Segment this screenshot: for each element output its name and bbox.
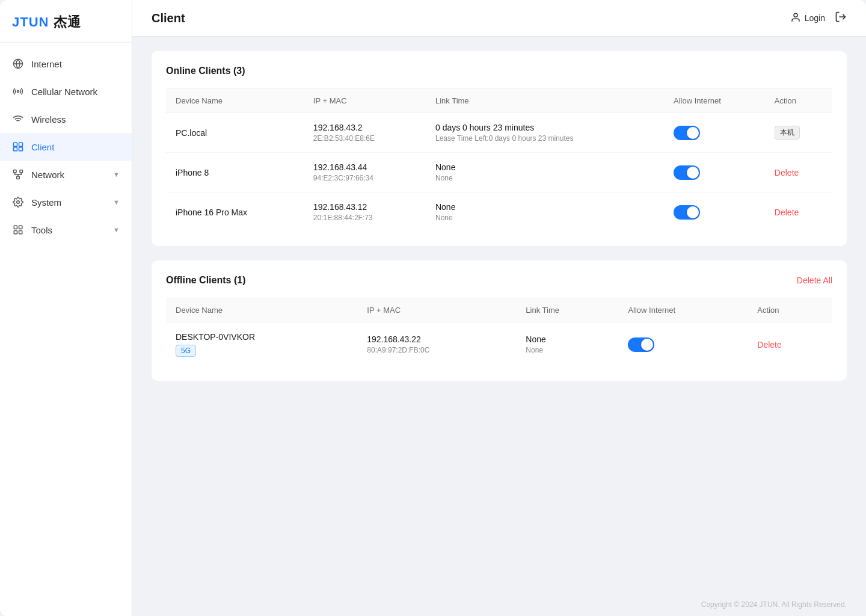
login-button[interactable]: Login <box>790 12 825 25</box>
offline-clients-card: Offline Clients (1) Delete All Device Na… <box>152 260 847 381</box>
sidebar-item-internet[interactable]: Internet <box>0 50 132 78</box>
sidebar-item-client[interactable]: Client <box>0 133 132 161</box>
allow-internet-cell <box>618 322 748 367</box>
copyright: Copyright © 2024 JTUN. All Rights Reserv… <box>132 593 866 616</box>
offline-clients-title: Offline Clients (1) <box>166 275 245 286</box>
offline-clients-title-row: Offline Clients (1) Delete All <box>166 275 832 286</box>
signal-icon <box>12 85 24 97</box>
sidebar-item-wireless[interactable]: Wireless <box>0 105 132 133</box>
sidebar-item-system[interactable]: System ▼ <box>0 188 132 216</box>
logout-button[interactable] <box>835 11 847 25</box>
user-icon <box>790 12 801 25</box>
col-device-name-online: Device Name <box>166 89 304 113</box>
logo-area: JTUN 杰通 <box>0 0 132 43</box>
table-row: iPhone 16 Pro Max 192.168.43.12 20:1E:88… <box>166 192 832 232</box>
sidebar-item-wireless-label: Wireless <box>31 114 66 125</box>
page-title: Client <box>152 11 185 25</box>
svg-rect-6 <box>14 147 17 151</box>
content-area: Online Clients (3) Device Name IP + MAC … <box>132 37 866 593</box>
action-cell: Delete <box>765 192 832 232</box>
device-name-cell: DESKTOP-0VIVKOR 5G <box>166 322 357 367</box>
link-time-cell: 0 days 0 hours 23 minutes Lease Time Lef… <box>426 113 664 153</box>
sidebar-item-network[interactable]: Network ▼ <box>0 161 132 188</box>
table-row: PC.local 192.168.43.2 2E:B2:53:40:E8:6E … <box>166 113 832 153</box>
local-badge: 本机 <box>775 126 800 140</box>
allow-internet-cell <box>664 192 765 232</box>
device-name-cell: iPhone 8 <box>166 153 304 192</box>
allow-internet-toggle[interactable] <box>674 165 700 180</box>
header-actions: Login <box>790 11 847 25</box>
table-row: iPhone 8 192.168.43.44 94:E2:3C:97:66:34… <box>166 153 832 192</box>
col-link-time-online: Link Time <box>426 89 664 113</box>
device-name-cell: iPhone 16 Pro Max <box>166 192 304 232</box>
offline-clients-table: Device Name IP + MAC Link Time Allow Int… <box>166 298 832 366</box>
online-clients-header-row: Device Name IP + MAC Link Time Allow Int… <box>166 89 832 113</box>
svg-rect-13 <box>19 226 22 229</box>
logo-chinese: 杰通 <box>54 14 81 29</box>
col-action-online: Action <box>765 89 832 113</box>
svg-rect-14 <box>14 231 17 234</box>
table-row: DESKTOP-0VIVKOR 5G 192.168.43.22 80:A9:9… <box>166 322 832 367</box>
sidebar-item-client-label: Client <box>31 142 54 152</box>
online-clients-title: Online Clients (3) <box>166 66 245 76</box>
svg-rect-9 <box>20 170 23 173</box>
action-cell: Delete <box>748 322 832 367</box>
main-content: Client Login <box>132 0 866 616</box>
sidebar-item-network-label: Network <box>31 170 64 180</box>
delete-all-button[interactable]: Delete All <box>797 276 832 285</box>
svg-rect-10 <box>17 176 20 179</box>
col-allow-internet-online: Allow Internet <box>664 89 765 113</box>
logo: JTUN 杰通 <box>12 13 120 31</box>
link-time-cell: None None <box>426 192 664 232</box>
ip-mac-cell: 192.168.43.44 94:E2:3C:97:66:34 <box>304 153 426 192</box>
online-clients-title-row: Online Clients (3) <box>166 66 832 76</box>
col-action-offline: Action <box>748 298 832 322</box>
svg-point-2 <box>17 91 19 93</box>
tools-icon <box>12 224 24 236</box>
action-cell: 本机 <box>765 113 832 153</box>
online-clients-table: Device Name IP + MAC Link Time Allow Int… <box>166 88 832 232</box>
5g-badge: 5G <box>176 345 196 357</box>
sidebar-item-cellular-label: Cellular Network <box>31 87 97 97</box>
allow-internet-toggle[interactable] <box>674 205 700 220</box>
delete-button[interactable]: Delete <box>757 340 781 350</box>
online-clients-card: Online Clients (3) Device Name IP + MAC … <box>152 51 847 246</box>
ip-mac-cell: 192.168.43.2 2E:B2:53:40:E8:6E <box>304 113 426 153</box>
nav-menu: Internet Cellular Network <box>0 43 132 616</box>
sidebar-item-cellular[interactable]: Cellular Network <box>0 78 132 105</box>
allow-internet-toggle[interactable] <box>674 126 700 140</box>
col-link-time-offline: Link Time <box>516 298 618 322</box>
sidebar-item-tools-label: Tools <box>31 225 52 235</box>
col-ip-mac-online: IP + MAC <box>304 89 426 113</box>
login-label: Login <box>805 13 825 23</box>
svg-rect-5 <box>19 143 23 146</box>
link-time-cell: None None <box>516 322 618 367</box>
delete-button[interactable]: Delete <box>775 208 799 217</box>
logo-jtun: JTUN <box>12 14 49 29</box>
svg-point-11 <box>17 201 20 204</box>
header: Client Login <box>132 0 866 37</box>
svg-rect-8 <box>14 170 17 173</box>
allow-internet-toggle[interactable] <box>628 337 654 352</box>
svg-rect-7 <box>19 147 23 151</box>
sidebar: JTUN 杰通 Internet Cellular <box>0 0 132 616</box>
col-ip-mac-offline: IP + MAC <box>357 298 516 322</box>
sidebar-item-system-label: System <box>31 197 61 208</box>
svg-point-16 <box>794 13 797 17</box>
ip-mac-cell: 192.168.43.12 20:1E:88:44:2F:73 <box>304 192 426 232</box>
allow-internet-cell <box>664 153 765 192</box>
sidebar-item-tools[interactable]: Tools ▼ <box>0 216 132 244</box>
svg-rect-12 <box>14 226 17 229</box>
gear-icon <box>12 196 24 208</box>
network-icon <box>12 168 24 180</box>
tools-chevron-icon: ▼ <box>113 226 120 233</box>
sidebar-item-internet-label: Internet <box>31 59 62 69</box>
client-icon <box>12 141 24 153</box>
svg-rect-4 <box>14 143 17 146</box>
ip-mac-cell: 192.168.43.22 80:A9:97:2D:FB:0C <box>357 322 516 367</box>
link-time-cell: None None <box>426 153 664 192</box>
wifi-icon <box>12 113 24 125</box>
col-allow-internet-offline: Allow Internet <box>618 298 748 322</box>
col-device-name-offline: Device Name <box>166 298 357 322</box>
delete-button[interactable]: Delete <box>775 168 799 177</box>
